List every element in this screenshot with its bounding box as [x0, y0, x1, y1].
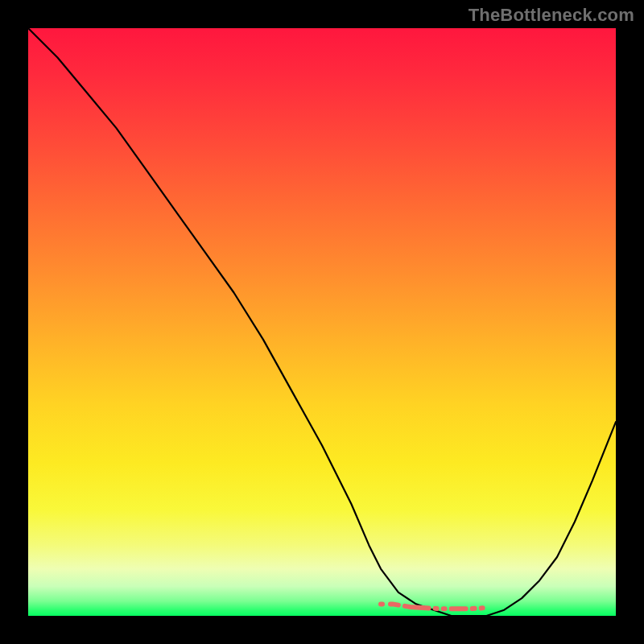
plot-area [28, 28, 616, 616]
bottleneck-curve [28, 28, 616, 616]
chart-svg [28, 28, 616, 616]
attribution-text: TheBottleneck.com [469, 5, 634, 26]
optimal-range-markers [381, 604, 510, 609]
chart-frame: TheBottleneck.com [0, 0, 644, 644]
